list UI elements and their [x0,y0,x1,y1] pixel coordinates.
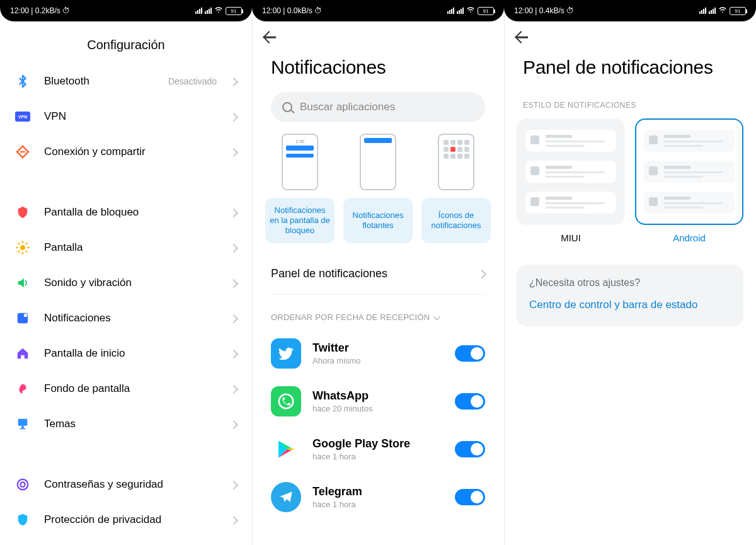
back-button[interactable] [504,21,756,47]
svg-rect-14 [20,428,25,429]
item-label: Pantalla de bloqueo [44,206,217,219]
signal-icon [709,8,716,14]
app-row-whatsapp[interactable]: WhatsApp hace 20 minutos [252,377,504,425]
battery-icon: 91 [226,7,242,15]
signal-icon [447,8,454,14]
chevron-right-icon [231,241,237,255]
settings-item-lock[interactable]: Pantalla de bloqueo [0,195,252,230]
app-time: Ahora mismo [312,356,444,365]
settings-item-sound[interactable]: Sonido y vibración [0,265,252,301]
signal-icon [195,8,202,14]
help-link[interactable]: Centro de control y barra de estado [529,299,731,311]
chevron-right-icon [231,110,237,123]
chevron-right-icon [231,478,237,491]
notification-style-lock[interactable]: 2:36Notificaciones en la pantalla de blo… [265,134,335,243]
bluetooth-icon [15,74,30,89]
sound-icon [15,275,30,290]
app-row-play[interactable]: Google Play Store hace 1 hora [252,425,504,473]
app-name: Twitter [312,341,444,355]
notification-style-icons[interactable]: Íconos de notificaciones [421,134,491,243]
svg-point-15 [18,479,28,490]
app-name: WhatsApp [312,389,444,403]
notification-style-float[interactable]: Notificaciones flotantes [343,134,413,243]
item-status: Desactivado [168,76,217,86]
item-label: Notificaciones [44,312,217,324]
style-name: MIUI [517,232,625,243]
style-label: Notificaciones en la pantalla de bloqueo [265,198,335,243]
help-question: ¿Necesita otros ajustes? [529,277,731,289]
notifications-content: Notificaciones Buscar aplicaciones 2:36N… [252,21,504,545]
page-title: Panel de notificaciones [504,47,756,89]
signal-icon [457,8,464,14]
page-title: Notificaciones [252,47,504,89]
svg-point-18 [279,394,294,409]
app-row-twitter[interactable]: Twitter Ahora mismo [252,330,504,377]
signal-icon [205,8,212,14]
chevron-right-icon [231,382,237,396]
chevron-right-icon [231,146,237,159]
settings-item-shield[interactable]: Protección de privacidad [0,502,252,537]
settings-item-notif[interactable]: Notificaciones [0,301,252,336]
battery-icon: 91 [478,7,494,15]
app-row-telegram[interactable]: Telegram hace 1 hora [252,473,504,521]
arrow-left-icon [263,30,277,44]
item-label: Pantalla de inicio [44,347,217,360]
chevron-right-icon [231,75,237,88]
app-time: hace 1 hora [312,452,444,461]
status-bar: 12:00 | 0.4kB/s ⏱ 91 [504,0,756,21]
item-label: Protección de privacidad [44,513,217,526]
settings-item-bluetooth[interactable]: Bluetooth Desactivado [0,64,252,99]
settings-item-key[interactable]: Contraseñas y seguridad [0,467,252,502]
whatsapp-icon [271,386,301,416]
settings-item-vpn[interactable]: VPN VPN [0,99,252,134]
settings-item-theme[interactable]: Temas [0,406,252,442]
chevron-right-icon [231,277,237,290]
sort-label[interactable]: ORDENAR POR FECHA DE RECEPCIÓN [252,295,504,330]
toggle-switch[interactable] [455,345,485,362]
section-label: ESTILO DE NOTIFICACIONES [504,89,756,118]
key-icon [15,477,30,492]
sun-icon [15,240,30,255]
settings-item-home[interactable]: Pantalla de inicio [0,336,252,371]
notif-style-card-android[interactable] [635,118,743,225]
chevron-right-icon [231,513,237,527]
shield-icon [15,512,30,527]
panel-row[interactable]: Panel de notificaciones [252,253,504,294]
toggle-switch[interactable] [455,393,485,410]
svg-line-6 [18,243,20,244]
settings-content: Configuración Bluetooth Desactivado VPN … [0,21,252,545]
wifi-icon [466,6,475,16]
toggle-switch[interactable] [455,489,485,505]
search-icon [282,102,292,112]
toggle-switch[interactable] [455,441,485,457]
settings-item-wall[interactable]: Fondo de pantalla [0,371,252,406]
svg-line-8 [18,251,20,253]
svg-point-0 [218,11,219,13]
notification-panel-screen: 12:00 | 0.4kB/s ⏱ 91 Panel de notificaci… [504,0,756,545]
lock-icon [15,205,30,220]
wifi-icon [214,6,223,16]
chevron-down-icon [433,313,438,322]
theme-icon [15,416,30,432]
item-label: Fondo de pantalla [44,382,217,395]
panel-label: Panel de notificaciones [271,267,479,280]
panel-content: Panel de notificaciones ESTILO DE NOTIFI… [504,21,756,545]
item-label: Conexión y compartir [44,146,217,158]
style-label: Notificaciones flotantes [343,198,413,243]
app-name: Telegram [312,485,444,498]
notif-style-card-miui[interactable] [517,118,625,225]
settings-item-share[interactable]: Conexión y compartir [0,134,252,169]
wall-icon [15,381,30,396]
play-store-icon [271,434,301,464]
status-left: 12:00 | 0.0kB/s ⏱ [262,6,322,15]
svg-point-19 [722,11,723,13]
search-input[interactable]: Buscar aplicaciones [271,92,485,122]
settings-item-sun[interactable]: Pantalla [0,230,252,265]
arrow-left-icon [515,30,529,44]
svg-rect-13 [21,426,24,428]
back-button[interactable] [252,21,504,47]
style-label: Íconos de notificaciones [421,198,491,243]
item-label: Sonido y vibración [44,277,217,289]
status-right: 91 [195,6,242,16]
chevron-right-icon [231,206,237,219]
